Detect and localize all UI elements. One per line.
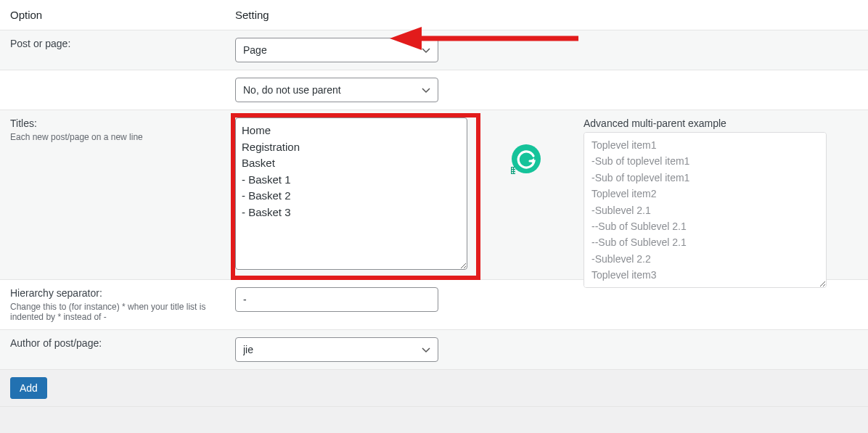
settings-table: Option Setting Post or page: Page [0, 0, 868, 407]
svg-point-2 [512, 144, 541, 173]
add-button[interactable]: Add [10, 377, 47, 399]
label-separator-sub: Change this to (for instance) * when you… [10, 302, 215, 322]
label-titles-sub: Each new post/page on a new line [10, 132, 215, 142]
label-separator: Hierarchy separator: [10, 287, 215, 299]
author-select[interactable]: jie [235, 337, 438, 362]
svg-point-10 [514, 172, 515, 173]
label-author: Author of post/page: [10, 337, 215, 349]
parent-select[interactable]: No, do not use parent [235, 78, 438, 102]
row-parent: No, do not use parent [0, 70, 868, 110]
separator-input[interactable] [235, 287, 438, 312]
svg-point-5 [512, 168, 513, 169]
table-header-row: Option Setting [0, 0, 868, 30]
example-title: Advanced multi-parent example [584, 117, 827, 129]
header-option: Option [0, 0, 225, 30]
example-textarea [584, 132, 827, 288]
grammarly-icon [511, 144, 541, 174]
label-post-or-page: Post or page: [10, 38, 215, 49]
titles-textarea[interactable] [235, 117, 467, 270]
row-author: Author of post/page: jie [0, 330, 868, 370]
svg-point-7 [512, 172, 513, 173]
svg-point-8 [514, 168, 515, 169]
label-titles: Titles: [10, 117, 215, 129]
header-setting: Setting [225, 0, 868, 30]
svg-point-9 [514, 170, 515, 171]
post-or-page-select[interactable]: Page [235, 38, 438, 62]
example-block: Advanced multi-parent example [584, 117, 827, 290]
row-submit: Add [0, 370, 868, 407]
row-titles: Titles: Each new post/page on a new line [0, 110, 868, 280]
svg-point-6 [512, 170, 513, 171]
row-post-or-page: Post or page: Page [0, 30, 868, 70]
